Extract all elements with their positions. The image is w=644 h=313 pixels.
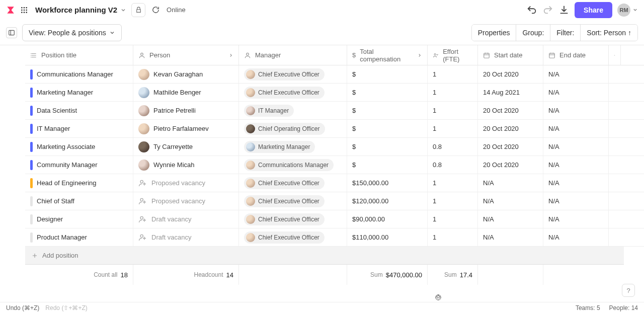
user-menu[interactable]: RM xyxy=(617,4,638,17)
refresh-button[interactable] xyxy=(150,5,160,15)
cell-start-date[interactable]: 20 Oct 2020 xyxy=(478,156,543,174)
cell-compensation[interactable]: $110,000.00 xyxy=(347,228,428,246)
cell-compensation[interactable]: $120,000.00 xyxy=(347,192,428,210)
manager-chip[interactable]: Chief Executive Officer xyxy=(244,177,325,189)
view-selector[interactable]: View: People & positions xyxy=(22,24,122,41)
undo-button[interactable] xyxy=(526,5,537,16)
manager-chip[interactable]: Communications Manager xyxy=(244,159,334,171)
cell-start-date[interactable]: 14 Aug 2021 xyxy=(478,84,543,101)
cell-fte[interactable]: 1 xyxy=(428,84,478,101)
cell-start-date[interactable]: N/A xyxy=(478,228,543,246)
table-row[interactable]: Communications Manager Kevan Garaghan Ch… xyxy=(25,65,644,84)
cell-end-date[interactable]: N/A xyxy=(543,84,609,101)
add-column-button[interactable] xyxy=(609,45,621,65)
cell-fte[interactable]: 0.8 xyxy=(428,138,478,155)
table-row[interactable]: Designer Draft vacancy Chief Executive O… xyxy=(25,210,644,228)
table-row[interactable]: Marketing Manager Mathilde Benger Chief … xyxy=(25,84,644,102)
cell-manager[interactable]: Chief Executive Officer xyxy=(239,228,347,246)
group-button[interactable]: Group: xyxy=(516,25,550,41)
manager-chip[interactable]: Chief Executive Officer xyxy=(244,231,325,244)
table-row[interactable]: Community Manager Wynnie Micah Communica… xyxy=(25,156,644,174)
cell-compensation[interactable]: $ xyxy=(347,102,428,119)
cell-manager[interactable]: Marketing Manager xyxy=(239,138,347,155)
cell-person[interactable]: Draft vacancy xyxy=(133,210,239,228)
manager-chip[interactable]: IT Manager xyxy=(244,105,294,117)
cell-manager[interactable]: IT Manager xyxy=(239,102,347,119)
cell-title[interactable]: Chief of Staff xyxy=(25,192,133,210)
manager-chip[interactable]: Chief Executive Officer xyxy=(244,68,325,81)
col-header-compensation[interactable]: $ Total compensation xyxy=(347,45,428,65)
cell-compensation[interactable]: $ xyxy=(347,138,428,155)
table-row[interactable]: Data Scientist Patrice Petrelli IT Manag… xyxy=(25,102,644,120)
cell-compensation[interactable]: $ xyxy=(347,84,428,101)
cell-end-date[interactable]: N/A xyxy=(543,210,609,228)
download-button[interactable] xyxy=(558,5,570,16)
cell-start-date[interactable]: 20 Oct 2020 xyxy=(478,120,543,137)
cell-title[interactable]: Product Manager xyxy=(25,228,133,246)
sort-button[interactable]: Sort: Person ↑ xyxy=(580,25,637,41)
cell-manager[interactable]: Chief Executive Officer xyxy=(239,210,347,228)
cell-end-date[interactable]: N/A xyxy=(543,138,609,155)
cell-fte[interactable]: 1 xyxy=(428,174,478,192)
cell-title[interactable]: IT Manager xyxy=(25,120,133,137)
cell-end-date[interactable]: N/A xyxy=(543,228,609,246)
cell-end-date[interactable]: N/A xyxy=(543,65,609,83)
col-header-end[interactable]: End date xyxy=(543,45,609,65)
cell-fte[interactable]: 1 xyxy=(428,120,478,137)
cell-person[interactable]: Patrice Petrelli xyxy=(133,102,239,119)
cell-end-date[interactable]: N/A xyxy=(543,120,609,137)
manager-chip[interactable]: Chief Executive Officer xyxy=(244,87,325,99)
table-row[interactable]: Chief of Staff Proposed vacancy Chief Ex… xyxy=(25,192,644,210)
properties-button[interactable]: Properties xyxy=(472,25,516,41)
cell-end-date[interactable]: N/A xyxy=(543,156,609,174)
cell-fte[interactable]: 0.8 xyxy=(428,156,478,174)
cell-person[interactable]: Proposed vacancy xyxy=(133,174,239,192)
filter-button[interactable]: Filter: xyxy=(550,25,580,41)
cell-manager[interactable]: Communications Manager xyxy=(239,156,347,174)
cell-manager[interactable]: Chief Executive Officer xyxy=(239,65,347,83)
col-header-title[interactable]: Position title xyxy=(25,45,133,65)
cell-compensation[interactable]: $ xyxy=(347,120,428,137)
cell-person[interactable]: Kevan Garaghan xyxy=(133,65,239,83)
cell-manager[interactable]: Chief Executive Officer xyxy=(239,192,347,210)
cell-person[interactable]: Wynnie Micah xyxy=(133,156,239,174)
cell-start-date[interactable]: N/A xyxy=(478,210,543,228)
col-header-manager[interactable]: Manager xyxy=(239,45,347,65)
cell-end-date[interactable]: N/A xyxy=(543,102,609,119)
cell-end-date[interactable]: N/A xyxy=(543,192,609,210)
cell-compensation[interactable]: $ xyxy=(347,65,428,83)
document-title[interactable]: Workforce planning V2 xyxy=(35,6,126,14)
table-row[interactable]: IT Manager Pietro Farfalameev Chief Oper… xyxy=(25,120,644,138)
cell-manager[interactable]: Chief Executive Officer xyxy=(239,84,347,101)
cell-title[interactable]: Designer xyxy=(25,210,133,228)
cell-start-date[interactable]: N/A xyxy=(478,192,543,210)
col-header-person[interactable]: Person xyxy=(133,45,239,65)
manager-chip[interactable]: Marketing Manager xyxy=(244,141,315,153)
cell-start-date[interactable]: N/A xyxy=(478,174,543,192)
redo-button[interactable] xyxy=(542,5,553,16)
undo-shortcut[interactable]: Undo (⌘+Z) xyxy=(6,304,39,311)
cell-compensation[interactable]: $90,000.00 xyxy=(347,210,428,228)
lock-button[interactable] xyxy=(131,3,145,17)
apps-menu-icon[interactable] xyxy=(20,6,28,14)
cell-title[interactable]: Communications Manager xyxy=(25,65,133,83)
add-row-button[interactable]: Add position xyxy=(25,247,624,265)
manager-chip[interactable]: Chief Operating Officer xyxy=(244,123,325,135)
cell-fte[interactable]: 1 xyxy=(428,210,478,228)
cell-fte[interactable]: 1 xyxy=(428,228,478,246)
manager-chip[interactable]: Chief Executive Officer xyxy=(244,213,325,225)
cell-compensation[interactable]: $150,000.00 xyxy=(347,174,428,192)
sidebar-toggle[interactable] xyxy=(6,27,17,38)
cell-start-date[interactable]: 20 Oct 2020 xyxy=(478,65,543,83)
cell-person[interactable]: Proposed vacancy xyxy=(133,192,239,210)
cell-person[interactable]: Draft vacancy xyxy=(133,228,239,246)
help-button[interactable]: ? xyxy=(622,284,635,297)
cell-person[interactable]: Mathilde Benger xyxy=(133,84,239,101)
cell-fte[interactable]: 1 xyxy=(428,102,478,119)
cell-end-date[interactable]: N/A xyxy=(543,174,609,192)
cell-start-date[interactable]: 20 Oct 2020 xyxy=(478,138,543,155)
share-button[interactable]: Share xyxy=(575,2,612,18)
cell-start-date[interactable]: 20 Oct 2020 xyxy=(478,102,543,119)
cell-title[interactable]: Head of Engineering xyxy=(25,174,133,192)
cell-person[interactable]: Pietro Farfalameev xyxy=(133,120,239,137)
